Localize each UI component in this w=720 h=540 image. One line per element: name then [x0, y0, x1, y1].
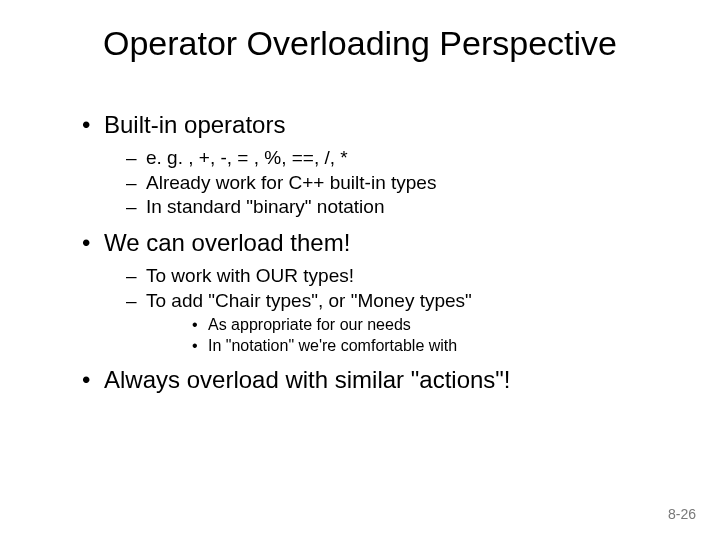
list-item: As appropriate for our needs [146, 315, 662, 336]
bullet-text: Already work for C++ built-in types [146, 172, 436, 193]
list-item: Built-in operators e. g. , +, -, = , %, … [82, 110, 662, 220]
slide: Operator Overloading Perspective Built-i… [0, 0, 720, 540]
bullet-text: In "notation" we're comfortable with [208, 337, 457, 354]
bullet-list: Built-in operators e. g. , +, -, = , %, … [82, 110, 662, 395]
slide-body: Built-in operators e. g. , +, -, = , %, … [82, 110, 662, 399]
bullet-text: As appropriate for our needs [208, 316, 411, 333]
sub-sub-list: As appropriate for our needs In "notatio… [146, 315, 662, 357]
slide-title: Operator Overloading Perspective [0, 24, 720, 63]
bullet-text: In standard "binary" notation [146, 196, 384, 217]
list-item: In standard "binary" notation [104, 195, 662, 220]
bullet-text: To add "Chair types", or "Money types" [146, 290, 472, 311]
bullet-text: To work with OUR types! [146, 265, 354, 286]
bullet-text: Always overload with similar "actions"! [104, 366, 511, 393]
list-item: To add "Chair types", or "Money types" A… [104, 289, 662, 357]
list-item: We can overload them! To work with OUR t… [82, 228, 662, 357]
page-number: 8-26 [668, 506, 696, 522]
bullet-text: e. g. , +, -, = , %, ==, /, * [146, 147, 348, 168]
list-item: To work with OUR types! [104, 264, 662, 289]
list-item: Always overload with similar "actions"! [82, 365, 662, 395]
list-item: In "notation" we're comfortable with [146, 336, 662, 357]
list-item: e. g. , +, -, = , %, ==, /, * [104, 146, 662, 171]
sub-list: To work with OUR types! To add "Chair ty… [104, 264, 662, 357]
bullet-text: We can overload them! [104, 229, 350, 256]
list-item: Already work for C++ built-in types [104, 171, 662, 196]
sub-list: e. g. , +, -, = , %, ==, /, * Already wo… [104, 146, 662, 220]
bullet-text: Built-in operators [104, 111, 285, 138]
